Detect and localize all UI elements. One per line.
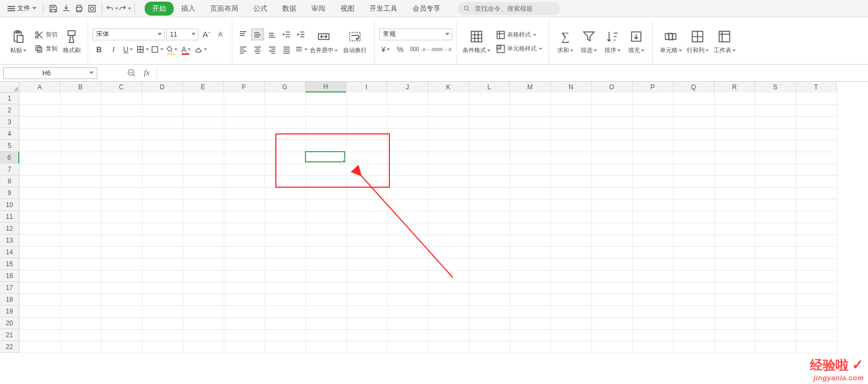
font-color-button[interactable]: A [180, 44, 193, 55]
cell-R22[interactable] [714, 341, 755, 353]
cell-A13[interactable] [19, 234, 60, 246]
fill-color-button[interactable] [165, 44, 178, 55]
cell-T11[interactable] [796, 211, 837, 223]
cell-D19[interactable] [142, 305, 183, 317]
cell-S10[interactable] [755, 199, 796, 211]
cell-J22[interactable] [387, 341, 428, 353]
justify-button[interactable] [280, 44, 293, 55]
cell-C5[interactable] [101, 140, 142, 152]
cell-N12[interactable] [551, 223, 592, 234]
cell-S19[interactable] [755, 305, 796, 317]
cell-O6[interactable] [592, 152, 632, 163]
cell-N9[interactable] [551, 187, 592, 199]
cell-T21[interactable] [796, 329, 837, 341]
cell-R13[interactable] [714, 234, 755, 246]
cell-P1[interactable] [632, 93, 673, 104]
cell-K19[interactable] [428, 305, 469, 317]
cell-T19[interactable] [796, 305, 837, 317]
cell-H12[interactable] [305, 223, 346, 234]
cell-O12[interactable] [592, 223, 632, 234]
cell-M8[interactable] [510, 175, 551, 187]
cell-M15[interactable] [510, 258, 551, 270]
insert-function-button[interactable]: fx [139, 67, 154, 80]
cell-K1[interactable] [428, 93, 469, 104]
cell-J12[interactable] [387, 223, 428, 234]
cell-C16[interactable] [101, 270, 142, 282]
cell-F19[interactable] [224, 305, 265, 317]
cell-C14[interactable] [101, 246, 142, 258]
cell-B3[interactable] [60, 116, 101, 128]
cell-L18[interactable] [469, 294, 510, 305]
cell-S8[interactable] [755, 175, 796, 187]
align-right-button[interactable] [266, 44, 279, 55]
cell-I5[interactable] [346, 140, 387, 152]
column-header-I[interactable]: I [346, 82, 387, 93]
cell-S9[interactable] [755, 187, 796, 199]
cell-L11[interactable] [469, 211, 510, 223]
cell-F14[interactable] [224, 246, 265, 258]
cell-T3[interactable] [796, 116, 837, 128]
cell-C17[interactable] [101, 282, 142, 294]
cell-R19[interactable] [714, 305, 755, 317]
cell-B8[interactable] [60, 175, 101, 187]
cell-L2[interactable] [469, 104, 510, 116]
cell-F16[interactable] [224, 270, 265, 282]
cell-D13[interactable] [142, 234, 183, 246]
tab-formulas[interactable]: 公式 [246, 2, 275, 16]
cell-B12[interactable] [60, 223, 101, 234]
cell-B16[interactable] [60, 270, 101, 282]
tab-data[interactable]: 数据 [275, 2, 304, 16]
cell-T18[interactable] [796, 294, 837, 305]
cell-H6[interactable] [305, 152, 346, 163]
cell-K9[interactable] [428, 187, 469, 199]
row-header-20[interactable]: 20 [0, 317, 19, 329]
redo-button[interactable] [118, 2, 131, 15]
cell-J5[interactable] [387, 140, 428, 152]
cell-T1[interactable] [796, 93, 837, 104]
cell-B17[interactable] [60, 282, 101, 294]
cell-P18[interactable] [632, 294, 673, 305]
cell-I1[interactable] [346, 93, 387, 104]
cell-F6[interactable] [224, 152, 265, 163]
cell-I22[interactable] [346, 341, 387, 353]
cell-M10[interactable] [510, 199, 551, 211]
cell-L22[interactable] [469, 341, 510, 353]
cell-E20[interactable] [183, 317, 224, 329]
cell-style-button[interactable]: 单元格样式 [494, 43, 544, 55]
cell-H1[interactable] [305, 93, 346, 104]
cell-E12[interactable] [183, 223, 224, 234]
cell-S4[interactable] [755, 128, 796, 140]
increase-decimal-button[interactable]: .0→.00 [423, 44, 436, 55]
cell-R3[interactable] [714, 116, 755, 128]
cell-Q15[interactable] [673, 258, 714, 270]
cell-E21[interactable] [183, 329, 224, 341]
cell-J6[interactable] [387, 152, 428, 163]
cell-B1[interactable] [60, 93, 101, 104]
cell-G13[interactable] [265, 234, 305, 246]
cell-J20[interactable] [387, 317, 428, 329]
cell-R6[interactable] [714, 152, 755, 163]
cell-R7[interactable] [714, 163, 755, 175]
cell-F11[interactable] [224, 211, 265, 223]
cell-H9[interactable] [305, 187, 346, 199]
cell-G22[interactable] [265, 341, 305, 353]
cell-P3[interactable] [632, 116, 673, 128]
cell-A19[interactable] [19, 305, 60, 317]
cell-J8[interactable] [387, 175, 428, 187]
cell-T10[interactable] [796, 199, 837, 211]
row-header-4[interactable]: 4 [0, 128, 19, 140]
cell-P16[interactable] [632, 270, 673, 282]
cell-B19[interactable] [60, 305, 101, 317]
cell-D2[interactable] [142, 104, 183, 116]
cell-B5[interactable] [60, 140, 101, 152]
cell-D10[interactable] [142, 199, 183, 211]
align-middle-button[interactable] [251, 29, 264, 40]
cell-D11[interactable] [142, 211, 183, 223]
cell-A12[interactable] [19, 223, 60, 234]
cell-M12[interactable] [510, 223, 551, 234]
file-menu[interactable]: 文件 [4, 2, 40, 15]
cell-G15[interactable] [265, 258, 305, 270]
cell-N10[interactable] [551, 199, 592, 211]
decrease-decimal-button[interactable]: .00→.0 [437, 44, 450, 55]
cell-R21[interactable] [714, 329, 755, 341]
